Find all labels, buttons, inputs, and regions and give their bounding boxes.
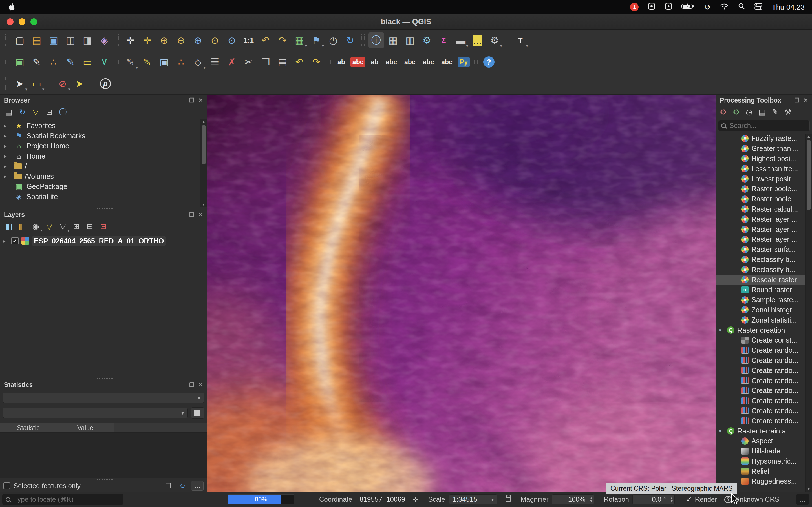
close-panel-icon[interactable]: ✕: [198, 97, 203, 104]
copy-statistics[interactable]: ❐: [163, 481, 174, 491]
collapse-all-layers[interactable]: ⊟: [84, 220, 96, 233]
zoom-to-layer[interactable]: ⊙: [224, 33, 240, 48]
help-button[interactable]: ?: [481, 54, 497, 70]
statistics-options[interactable]: …: [191, 481, 204, 491]
toolbox-search-input[interactable]: [729, 122, 807, 129]
save-layer-edits[interactable]: ▣: [156, 54, 172, 70]
locator-bar[interactable]: [2, 494, 123, 505]
expand-arrow-icon[interactable]: ▸: [3, 238, 11, 244]
float-panel-icon[interactable]: ❐: [189, 381, 194, 388]
toolbox-item[interactable]: Raster surfa...: [716, 244, 812, 255]
field-calculator[interactable]: ▥: [402, 33, 418, 48]
window-minimize-button[interactable]: [18, 18, 26, 25]
crs-button[interactable]: ? Unknown CRS: [724, 496, 779, 503]
measure[interactable]: ▬ ▾: [453, 33, 469, 48]
zoom-last[interactable]: ↶: [258, 33, 273, 48]
statistics-panel-button[interactable]: Σ: [436, 33, 452, 48]
toolbox-group-raster-terrain[interactable]: ▾ Raster terrain a...: [716, 426, 812, 436]
current-edits[interactable]: ✎ ▾: [122, 54, 138, 70]
battery-icon[interactable]: [681, 3, 695, 12]
toolbox-item[interactable]: Raster boole...: [716, 194, 812, 204]
render-checkbox[interactable]: ✓: [686, 495, 692, 504]
layer-visibility-checkbox[interactable]: ✓: [11, 237, 18, 244]
expand-arrow-icon[interactable]: ▸: [4, 173, 14, 180]
zoom-full[interactable]: ⊕: [190, 33, 206, 48]
toolbox-item[interactable]: Create rando...: [716, 376, 812, 386]
processing-toolbox-button[interactable]: ⚙: [419, 33, 435, 48]
identify-features[interactable]: ⓘ: [368, 33, 384, 48]
toolbox-item[interactable]: Create const...: [716, 335, 812, 345]
attribute-table[interactable]: ▦: [385, 33, 401, 48]
toolbox-history[interactable]: ◷: [743, 106, 755, 118]
layout-manager[interactable]: ◨: [80, 33, 95, 48]
paste-features[interactable]: ▤: [274, 54, 290, 70]
filter-browser[interactable]: ▽: [29, 106, 42, 119]
toolbox-models[interactable]: ⚙: [717, 106, 729, 118]
magnifier-spinner[interactable]: 100% ▴▾: [552, 494, 594, 504]
new-map-view[interactable]: ▦ ▾: [292, 33, 307, 48]
expand-arrow-icon[interactable]: ▸: [4, 163, 14, 170]
python-console[interactable]: Py: [457, 54, 471, 70]
browser-item-spatial-bookmarks[interactable]: ▸ Spatial Bookmarks: [0, 131, 207, 141]
refresh-map[interactable]: ↻: [342, 33, 358, 48]
deselect-features[interactable]: ⊘ ▾: [55, 76, 70, 92]
redo[interactable]: ↷: [308, 54, 324, 70]
spinner-arrows-icon[interactable]: ▴▾: [669, 496, 673, 503]
show-hide-labels[interactable]: abc: [383, 54, 400, 70]
close-panel-icon[interactable]: ✕: [198, 211, 203, 218]
expand-arrow-icon[interactable]: ▾: [719, 327, 727, 334]
toolbox-item[interactable]: Relief: [716, 466, 812, 476]
browser-item-geopackage[interactable]: GeoPackage: [0, 181, 207, 191]
window-close-button[interactable]: [7, 18, 13, 25]
float-panel-icon[interactable]: ❐: [189, 97, 194, 104]
copy-features[interactable]: ❐: [258, 54, 273, 70]
new-spatial-bookmark[interactable]: ⚑ ▾: [308, 33, 324, 48]
change-label-properties[interactable]: abc: [438, 54, 456, 70]
toolbox-item[interactable]: Raster layer ...: [716, 214, 812, 224]
browser-properties[interactable]: ⓘ: [56, 106, 69, 119]
scale-combo[interactable]: 1:34515: [449, 494, 497, 504]
collapse-all[interactable]: ⊟: [43, 106, 56, 119]
float-panel-icon[interactable]: ❐: [794, 97, 799, 104]
toolbox-item[interactable]: Create rando...: [716, 386, 812, 396]
wifi-icon[interactable]: [720, 3, 729, 12]
float-panel-icon[interactable]: ❐: [189, 211, 194, 218]
apple-menu-icon[interactable]: [7, 3, 15, 11]
pin-labels[interactable]: ab: [335, 54, 348, 70]
style-manager[interactable]: ◈: [96, 33, 112, 48]
toolbox-item[interactable]: Hillshade: [716, 446, 812, 456]
scroll-up-icon[interactable]: ▲: [200, 119, 207, 124]
toolbox-item[interactable]: Highest posi...: [716, 154, 812, 164]
new-geopackage-layer[interactable]: ▣: [12, 54, 28, 70]
zoom-native[interactable]: 1:1: [241, 33, 257, 48]
panel-resize-grip[interactable]: [0, 378, 207, 380]
toolbox-item[interactable]: Raster layer ...: [716, 234, 812, 244]
messages-icon[interactable]: …: [796, 494, 809, 505]
toolbox-item[interactable]: Create rando...: [716, 355, 812, 365]
scroll-up-icon[interactable]: ▲: [806, 134, 812, 138]
new-project[interactable]: ▢: [12, 33, 28, 48]
new-print-layout[interactable]: ◫: [63, 33, 79, 48]
browser-item-project-home[interactable]: ▸ Project Home: [0, 141, 207, 151]
toolbox-item[interactable]: Create rando...: [716, 345, 812, 355]
save-project[interactable]: ▣: [46, 33, 61, 48]
notification-badge[interactable]: 1: [630, 3, 639, 11]
filter-legend[interactable]: ▽: [43, 220, 56, 233]
scroll-down-icon[interactable]: ▼: [806, 487, 812, 491]
vertex-tool[interactable]: ◇ ▾: [190, 54, 206, 70]
selected-features-checkbox[interactable]: [3, 483, 10, 489]
digitize-with-segment[interactable]: ∴: [173, 54, 189, 70]
close-panel-icon[interactable]: ✕: [803, 97, 808, 104]
undo[interactable]: ↶: [292, 54, 307, 70]
panel-resize-grip[interactable]: [0, 207, 207, 210]
new-shapefile-layer[interactable]: ✎: [29, 54, 45, 70]
move-label[interactable]: abc: [401, 54, 419, 70]
zoom-next[interactable]: ↷: [274, 33, 290, 48]
scrollbar-thumb[interactable]: [807, 140, 811, 210]
statistics-expression-button[interactable]: [191, 407, 204, 418]
panel-resize-grip[interactable]: [0, 478, 207, 480]
expand-arrow-icon[interactable]: ▸: [4, 133, 14, 139]
toolbox-item[interactable]: Create rando...: [716, 365, 812, 376]
toolbox-item[interactable]: Create rando...: [716, 396, 812, 406]
toolbox-edit-in-place[interactable]: ✎: [769, 106, 781, 118]
